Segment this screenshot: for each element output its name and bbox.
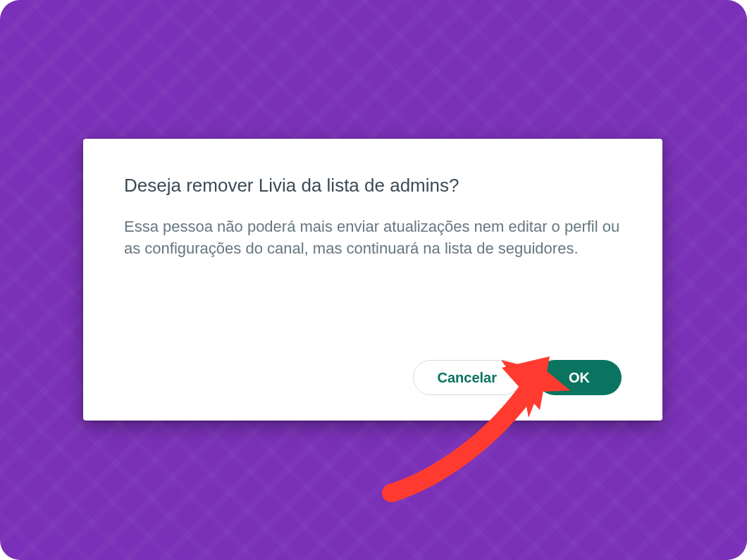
dialog-actions: Cancelar OK [124,346,622,395]
dialog-title: Deseja remover Livia da lista de admins? [124,174,622,197]
ok-button[interactable]: OK [537,360,622,395]
stage: Deseja remover Livia da lista de admins?… [0,0,747,560]
cancel-button[interactable]: Cancelar [413,360,522,395]
dialog-body-text: Essa pessoa não poderá mais enviar atual… [124,216,622,261]
confirm-dialog: Deseja remover Livia da lista de admins?… [83,139,662,421]
